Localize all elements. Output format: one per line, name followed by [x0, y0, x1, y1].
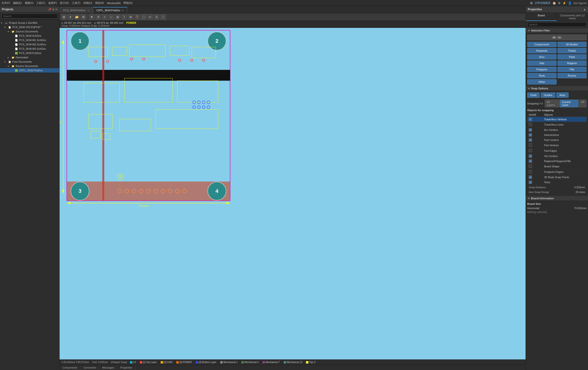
- object-row-0[interactable]: Track/Arcs Vertices: [527, 117, 587, 122]
- bottom-tab-comments[interactable]: Comments: [81, 365, 99, 370]
- filter-btn-components[interactable]: Components: [527, 42, 556, 47]
- tree-item[interactable]: 🟩 CNTL_5KW.PcbDoc: [0, 68, 59, 72]
- properties-close-icon[interactable]: ▲: [583, 8, 586, 11]
- layer-item-[2]-GND[interactable]: [2] GND: [161, 361, 172, 363]
- filter-btn-other[interactable]: Other: [527, 79, 556, 84]
- filter-btn-arcs[interactable]: Arcs: [527, 54, 556, 60]
- object-row-2[interactable]: Arc Centers: [527, 127, 587, 133]
- toolbar-rect-btn[interactable]: □: [108, 14, 114, 20]
- layer-item-Mechanical-3[interactable]: Mechanical 3: [242, 361, 259, 363]
- object-row-6[interactable]: Pad Edges: [527, 148, 587, 154]
- filter-btn-texts[interactable]: Texts: [527, 73, 556, 78]
- snapping-btn-all-layers[interactable]: All Layers: [545, 100, 559, 107]
- filter-btn-keepouts[interactable]: Keepouts: [527, 48, 556, 53]
- menu-item[interactable]: 视图(V): [25, 1, 34, 5]
- prop-tab-0[interactable]: Board: [526, 13, 557, 21]
- object-row-5[interactable]: Pad Vertices: [527, 143, 587, 148]
- purchase-btn[interactable]: 立即在线购买: [535, 1, 551, 5]
- object-row-9[interactable]: Board Shape: [527, 164, 587, 169]
- layer-item-Mechanical-7[interactable]: Mechanical 7: [262, 361, 280, 363]
- object-row-11[interactable]: 3D Body Snap Points: [527, 175, 587, 180]
- object-row-7[interactable]: Via Centers: [527, 154, 587, 159]
- filter-btn-3d-bodies[interactable]: 3D Bodies: [557, 42, 587, 47]
- layer-item-Mechanical-13[interactable]: Mechanical 13: [284, 361, 302, 363]
- layer-item-[3]-POWER[interactable]: [3] POWER: [176, 361, 192, 363]
- wifi-icon[interactable]: ⚡: [563, 1, 566, 5]
- snap-grid-btn-guides[interactable]: Guides: [541, 92, 555, 98]
- toolbar-btn-3[interactable]: 📂: [74, 14, 80, 20]
- object-row-1[interactable]: Track/Arcs Lines: [527, 122, 587, 127]
- snapping-btn-off[interactable]: Off: [579, 100, 587, 107]
- object-row-12[interactable]: Texts: [527, 180, 587, 185]
- toolbar-view-btn[interactable]: ⬚: [141, 14, 147, 20]
- board-info-header[interactable]: ▼ Board Information: [526, 196, 588, 201]
- tab-CNTL_5KW-PcbDoc[interactable]: CNTL_5KW.PcbDoc✕: [93, 7, 127, 13]
- toolbar-measure-btn[interactable]: ✏: [147, 14, 153, 20]
- toolbar-pin-btn[interactable]: 📍: [134, 14, 140, 20]
- user-icon[interactable]: 👤: [568, 1, 572, 5]
- toolbar-track-btn[interactable]: ⌇: [121, 14, 127, 20]
- toolbar-chart-btn[interactable]: ⊞: [115, 14, 121, 20]
- tab-close-btn[interactable]: ✕: [122, 9, 124, 12]
- layer-item-[1]-Top-Layer[interactable]: [1] Top Layer: [140, 361, 157, 363]
- checkbox-10[interactable]: [529, 170, 532, 173]
- layer-item-[4]-Bottom-Layer[interactable]: [4] Bottom Layer: [196, 361, 216, 363]
- toolbar-route-btn[interactable]: ↺: [95, 14, 101, 20]
- toolbar-btn-2[interactable]: ✦: [67, 14, 73, 20]
- object-row-3[interactable]: Intersections: [527, 133, 587, 138]
- checkbox-7[interactable]: [529, 154, 532, 158]
- toolbar-filter-btn[interactable]: ▼: [89, 14, 95, 20]
- menu-item[interactable]: 编辑(E): [13, 1, 22, 5]
- toolbar-text-btn[interactable]: A: [154, 14, 159, 20]
- tree-item[interactable]: ▾ 📋 Free Documents: [0, 60, 59, 64]
- filter-btn-fills[interactable]: Fills: [557, 67, 587, 72]
- snap-grid-btn-grids[interactable]: Grids: [527, 92, 540, 98]
- object-row-8[interactable]: Regions/Polygons/Fills: [527, 159, 587, 164]
- pcb-canvas[interactable]: 1 2 3 4 95 70 (mm): [60, 28, 525, 360]
- tree-item[interactable]: 📄 PCS_5KW-M1.SchDoc: [0, 38, 59, 42]
- tree-item[interactable]: 🟩 PCS_5KW.PcbDoc: [0, 51, 59, 55]
- project-search-input[interactable]: [1, 14, 58, 19]
- menu-item[interactable]: Window(W): [107, 2, 121, 5]
- snap-grid-btn-axes[interactable]: Axes: [556, 92, 568, 98]
- filter-btn-pads[interactable]: Pads: [557, 54, 587, 60]
- menu-item[interactable]: 放置(P): [48, 1, 57, 5]
- menu-item[interactable]: 设计(D): [60, 1, 69, 5]
- checkbox-11[interactable]: [529, 175, 532, 179]
- tree-item[interactable]: ▾ 📁 Source Documents: [0, 29, 59, 34]
- checkbox-1[interactable]: [529, 123, 532, 126]
- tree-item[interactable]: 📄 PCS_5KW-M2.SchDoc: [0, 42, 59, 47]
- checkbox-2[interactable]: [529, 128, 532, 132]
- filter-btn-tracks[interactable]: Tracks: [557, 48, 587, 53]
- checkbox-12[interactable]: [529, 181, 532, 184]
- selection-filter-header[interactable]: ▼ Selection Filter: [526, 28, 588, 33]
- toolbar-plus-btn[interactable]: +: [102, 14, 108, 20]
- toolbar-line-btn[interactable]: /: [160, 14, 166, 20]
- menu-item[interactable]: 文件(F): [1, 1, 10, 5]
- bottom-tab-properties[interactable]: Properties: [117, 365, 136, 370]
- snapping-btn-current-layer[interactable]: Current Layer: [560, 100, 578, 107]
- all-on-btn[interactable]: All - On: [527, 35, 587, 40]
- panel-close-icon[interactable]: ✕: [55, 8, 57, 11]
- tree-item[interactable]: ▾ 📁 Source Documents: [0, 64, 59, 68]
- filter-btn-regions[interactable]: Regions: [557, 61, 587, 66]
- layer-item-Mechanical-1[interactable]: Mechanical 1: [220, 361, 238, 363]
- filter-btn-vias[interactable]: Vias: [527, 61, 556, 66]
- menu-item[interactable]: 工程(C): [36, 1, 45, 5]
- menu-item[interactable]: 帮助(H): [124, 1, 132, 5]
- bottom-tab-components[interactable]: Components: [60, 365, 81, 370]
- checkbox-3[interactable]: [529, 133, 532, 137]
- tab-PCS_5KW-PcbDoc[interactable]: PCS_5KW.PcbDoc✕: [60, 7, 93, 13]
- snap-options-header[interactable]: ▼ Snap Options: [526, 86, 588, 91]
- tab-close-btn[interactable]: ✕: [87, 9, 89, 12]
- settings-icon[interactable]: ⚙: [558, 1, 561, 5]
- prop-tab-1[interactable]: Components (and 12 more): [557, 13, 588, 21]
- object-row-4[interactable]: Pad Centers: [527, 138, 587, 143]
- tree-item[interactable]: ▸ 📁 Generated: [0, 55, 59, 60]
- checkbox-4[interactable]: [529, 138, 532, 142]
- tree-item[interactable]: ▾ 📋 PCS_5KW-V03.PrjPCB *: [0, 25, 59, 29]
- toolbar-btn-4[interactable]: ⚙: [81, 14, 86, 20]
- checkbox-0[interactable]: [529, 118, 532, 121]
- menu-item[interactable]: 工具(T): [72, 1, 81, 5]
- bottom-tab-messages[interactable]: Messages: [99, 365, 117, 370]
